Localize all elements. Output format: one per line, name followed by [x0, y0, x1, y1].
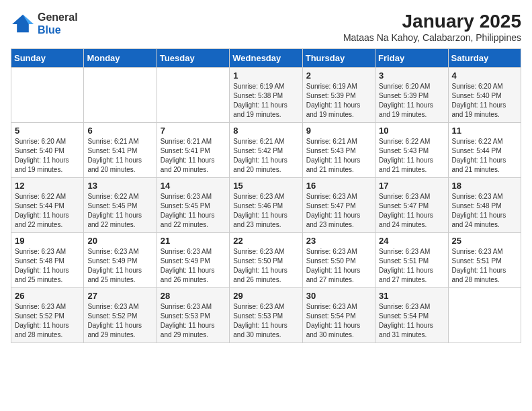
calendar-cell: 2Sunrise: 6:19 AMSunset: 5:39 PMDaylight… — [302, 68, 375, 123]
day-info: Sunrise: 6:23 AMSunset: 5:48 PMDaylight:… — [15, 247, 80, 285]
calendar-cell — [157, 68, 229, 123]
day-number: 19 — [15, 236, 80, 246]
calendar-body: 1Sunrise: 6:19 AMSunset: 5:38 PMDaylight… — [11, 68, 521, 343]
day-info: Sunrise: 6:23 AMSunset: 5:51 PMDaylight:… — [379, 247, 444, 285]
calendar-cell: 4Sunrise: 6:20 AMSunset: 5:40 PMDaylight… — [448, 68, 521, 123]
day-number: 3 — [379, 71, 444, 81]
calendar-header: SundayMondayTuesdayWednesdayThursdayFrid… — [11, 49, 521, 68]
day-header-friday: Friday — [375, 49, 448, 68]
calendar-cell: 25Sunrise: 6:23 AMSunset: 5:51 PMDayligh… — [448, 233, 521, 288]
day-number: 13 — [87, 181, 152, 191]
calendar-cell: 31Sunrise: 6:23 AMSunset: 5:54 PMDayligh… — [375, 288, 448, 343]
logo-icon — [11, 13, 35, 34]
day-info: Sunrise: 6:22 AMSunset: 5:45 PMDaylight:… — [87, 192, 152, 230]
calendar-cell: 18Sunrise: 6:23 AMSunset: 5:48 PMDayligh… — [448, 178, 521, 233]
calendar-cell — [448, 288, 521, 343]
day-info: Sunrise: 6:23 AMSunset: 5:49 PMDaylight:… — [87, 247, 152, 285]
day-info: Sunrise: 6:23 AMSunset: 5:51 PMDaylight:… — [452, 247, 517, 285]
calendar-cell: 10Sunrise: 6:22 AMSunset: 5:43 PMDayligh… — [375, 123, 448, 178]
page-subtitle: Mataas Na Kahoy, Calabarzon, Philippines — [343, 32, 521, 43]
calendar-week-4: 19Sunrise: 6:23 AMSunset: 5:48 PMDayligh… — [11, 233, 521, 288]
calendar-cell: 29Sunrise: 6:23 AMSunset: 5:53 PMDayligh… — [230, 288, 302, 343]
calendar-cell: 15Sunrise: 6:23 AMSunset: 5:46 PMDayligh… — [230, 178, 302, 233]
day-info: Sunrise: 6:20 AMSunset: 5:39 PMDaylight:… — [379, 82, 444, 120]
calendar-cell: 6Sunrise: 6:21 AMSunset: 5:41 PMDaylight… — [84, 123, 157, 178]
calendar-cell: 19Sunrise: 6:23 AMSunset: 5:48 PMDayligh… — [11, 233, 84, 288]
day-number: 18 — [452, 181, 517, 191]
calendar-cell: 28Sunrise: 6:23 AMSunset: 5:53 PMDayligh… — [157, 288, 229, 343]
day-number: 10 — [379, 126, 444, 136]
day-info: Sunrise: 6:23 AMSunset: 5:50 PMDaylight:… — [233, 247, 298, 285]
day-info: Sunrise: 6:23 AMSunset: 5:53 PMDaylight:… — [233, 302, 298, 340]
day-number: 26 — [15, 291, 80, 301]
day-number: 23 — [306, 236, 371, 246]
day-header-wednesday: Wednesday — [230, 49, 302, 68]
day-info: Sunrise: 6:22 AMSunset: 5:44 PMDaylight:… — [15, 192, 80, 230]
calendar-cell: 8Sunrise: 6:21 AMSunset: 5:42 PMDaylight… — [230, 123, 302, 178]
day-info: Sunrise: 6:23 AMSunset: 5:52 PMDaylight:… — [15, 302, 80, 340]
day-info: Sunrise: 6:23 AMSunset: 5:45 PMDaylight:… — [161, 192, 226, 230]
calendar-cell: 20Sunrise: 6:23 AMSunset: 5:49 PMDayligh… — [84, 233, 157, 288]
day-number: 5 — [15, 126, 80, 136]
day-info: Sunrise: 6:23 AMSunset: 5:53 PMDaylight:… — [161, 302, 226, 340]
day-info: Sunrise: 6:23 AMSunset: 5:54 PMDaylight:… — [379, 302, 444, 340]
day-number: 29 — [233, 291, 298, 301]
calendar-cell: 1Sunrise: 6:19 AMSunset: 5:38 PMDaylight… — [230, 68, 302, 123]
calendar-cell — [11, 68, 84, 123]
day-info: Sunrise: 6:19 AMSunset: 5:38 PMDaylight:… — [233, 82, 298, 120]
day-number: 30 — [306, 291, 371, 301]
calendar-week-2: 5Sunrise: 6:20 AMSunset: 5:40 PMDaylight… — [11, 123, 521, 178]
day-number: 28 — [161, 291, 226, 301]
calendar-cell: 5Sunrise: 6:20 AMSunset: 5:40 PMDaylight… — [11, 123, 84, 178]
calendar-cell: 24Sunrise: 6:23 AMSunset: 5:51 PMDayligh… — [375, 233, 448, 288]
day-info: Sunrise: 6:23 AMSunset: 5:47 PMDaylight:… — [379, 192, 444, 230]
day-info: Sunrise: 6:22 AMSunset: 5:44 PMDaylight:… — [452, 137, 517, 175]
day-header-monday: Monday — [84, 49, 157, 68]
day-number: 31 — [379, 291, 444, 301]
calendar-week-5: 26Sunrise: 6:23 AMSunset: 5:52 PMDayligh… — [11, 288, 521, 343]
day-number: 22 — [233, 236, 298, 246]
day-header-tuesday: Tuesday — [157, 49, 229, 68]
day-info: Sunrise: 6:19 AMSunset: 5:39 PMDaylight:… — [306, 82, 371, 120]
day-info: Sunrise: 6:23 AMSunset: 5:46 PMDaylight:… — [233, 192, 298, 230]
calendar-cell: 21Sunrise: 6:23 AMSunset: 5:49 PMDayligh… — [157, 233, 229, 288]
day-info: Sunrise: 6:20 AMSunset: 5:40 PMDaylight:… — [15, 137, 80, 175]
day-number: 2 — [306, 71, 371, 81]
day-number: 4 — [452, 71, 517, 81]
day-number: 14 — [161, 181, 226, 191]
day-number: 16 — [306, 181, 371, 191]
calendar-cell: 30Sunrise: 6:23 AMSunset: 5:54 PMDayligh… — [302, 288, 375, 343]
day-number: 15 — [233, 181, 298, 191]
day-info: Sunrise: 6:21 AMSunset: 5:41 PMDaylight:… — [161, 137, 226, 175]
calendar-cell: 13Sunrise: 6:22 AMSunset: 5:45 PMDayligh… — [84, 178, 157, 233]
logo-general: General — [38, 11, 78, 23]
logo-text: General Blue — [38, 11, 78, 36]
day-info: Sunrise: 6:21 AMSunset: 5:41 PMDaylight:… — [87, 137, 152, 175]
title-block: January 2025 Mataas Na Kahoy, Calabarzon… — [343, 11, 521, 43]
day-info: Sunrise: 6:23 AMSunset: 5:48 PMDaylight:… — [452, 192, 517, 230]
day-info: Sunrise: 6:23 AMSunset: 5:52 PMDaylight:… — [87, 302, 152, 340]
calendar-week-3: 12Sunrise: 6:22 AMSunset: 5:44 PMDayligh… — [11, 178, 521, 233]
day-number: 20 — [87, 236, 152, 246]
calendar-week-1: 1Sunrise: 6:19 AMSunset: 5:38 PMDaylight… — [11, 68, 521, 123]
day-number: 7 — [161, 126, 226, 136]
calendar-cell: 3Sunrise: 6:20 AMSunset: 5:39 PMDaylight… — [375, 68, 448, 123]
calendar-cell: 26Sunrise: 6:23 AMSunset: 5:52 PMDayligh… — [11, 288, 84, 343]
day-info: Sunrise: 6:21 AMSunset: 5:42 PMDaylight:… — [233, 137, 298, 175]
calendar-cell: 23Sunrise: 6:23 AMSunset: 5:50 PMDayligh… — [302, 233, 375, 288]
day-number: 1 — [233, 71, 298, 81]
calendar-cell: 16Sunrise: 6:23 AMSunset: 5:47 PMDayligh… — [302, 178, 375, 233]
day-info: Sunrise: 6:23 AMSunset: 5:49 PMDaylight:… — [161, 247, 226, 285]
day-header-saturday: Saturday — [448, 49, 521, 68]
day-info: Sunrise: 6:23 AMSunset: 5:47 PMDaylight:… — [306, 192, 371, 230]
calendar-cell — [84, 68, 157, 123]
day-header-thursday: Thursday — [302, 49, 375, 68]
calendar-table: SundayMondayTuesdayWednesdayThursdayFrid… — [11, 48, 521, 343]
calendar-cell: 14Sunrise: 6:23 AMSunset: 5:45 PMDayligh… — [157, 178, 229, 233]
day-info: Sunrise: 6:20 AMSunset: 5:40 PMDaylight:… — [452, 82, 517, 120]
calendar-cell: 27Sunrise: 6:23 AMSunset: 5:52 PMDayligh… — [84, 288, 157, 343]
calendar-cell: 12Sunrise: 6:22 AMSunset: 5:44 PMDayligh… — [11, 178, 84, 233]
calendar-cell: 9Sunrise: 6:21 AMSunset: 5:43 PMDaylight… — [302, 123, 375, 178]
day-number: 11 — [452, 126, 517, 136]
day-number: 9 — [306, 126, 371, 136]
